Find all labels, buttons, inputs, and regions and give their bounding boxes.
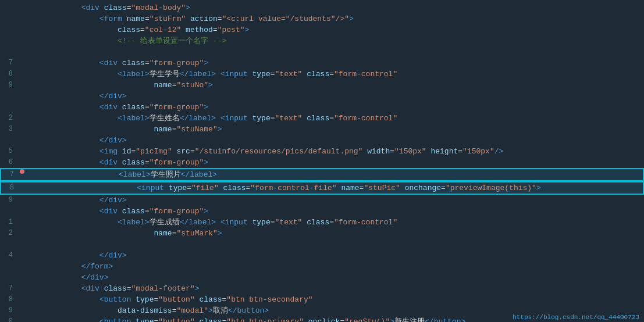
line-content: <div class="modal-footer"> xyxy=(24,283,644,294)
code-token: </label> xyxy=(180,218,216,227)
code-token xyxy=(248,70,252,78)
code-token xyxy=(28,184,137,192)
code-token: = xyxy=(145,15,150,23)
code-token: 学生学号 xyxy=(150,70,180,78)
code-token: = xyxy=(213,26,218,34)
code-token: > xyxy=(349,15,354,23)
code-token: = xyxy=(145,158,150,167)
code-token: <!-- 给表单设置一个名字 --> xyxy=(118,37,226,45)
code-token xyxy=(27,262,81,271)
code-token: type xyxy=(252,218,271,227)
code-line: 4 </div> xyxy=(0,250,644,261)
code-token: </label> xyxy=(180,114,216,123)
code-token: name xyxy=(341,184,359,192)
code-token: "/stuinfo/resources/pics/default.png" xyxy=(195,147,363,156)
code-token: > xyxy=(195,284,200,293)
code-token: onclick xyxy=(308,317,340,322)
code-line: 2 name="stuMark"> xyxy=(0,228,644,239)
code-area: <div class="modal-body"> <form name="stu… xyxy=(0,0,644,322)
code-token xyxy=(248,114,252,123)
code-token: </button> xyxy=(228,306,269,315)
code-token: <input xyxy=(137,184,164,192)
code-token: > xyxy=(390,317,394,322)
code-token xyxy=(216,114,220,123)
code-token: > xyxy=(204,207,208,216)
code-token: <label xyxy=(118,70,145,78)
code-token: <div xyxy=(99,103,118,112)
code-token: > xyxy=(208,306,213,315)
code-token: 学生照片 xyxy=(151,170,181,179)
code-token xyxy=(216,70,220,78)
code-token: "col-12" xyxy=(145,26,181,34)
code-token xyxy=(195,317,200,322)
code-token xyxy=(304,317,308,322)
code-token xyxy=(27,70,118,78)
code-token: <label xyxy=(119,170,146,179)
code-token: class xyxy=(200,317,222,322)
code-token: "form-group" xyxy=(150,158,204,167)
editor-container: <div class="modal-body"> <form name="stu… xyxy=(0,0,644,322)
code-token: class xyxy=(307,114,329,123)
line-content: <label>学生姓名</label> <input type="text" c… xyxy=(24,113,644,124)
code-token xyxy=(27,103,99,112)
line-content: <img id="picImg" src="/stuinfo/resources… xyxy=(24,146,644,157)
code-token: type xyxy=(252,70,271,78)
code-line: <div class="form-group"> xyxy=(0,102,644,113)
line-content: <label>学生照片</label> xyxy=(26,169,643,180)
line-content: name="stuName"> xyxy=(24,124,644,135)
line-content: <div class="form-group"> xyxy=(24,206,644,217)
code-token: = xyxy=(329,218,334,227)
line-number: 4 xyxy=(0,250,17,261)
line-content: </div> xyxy=(24,135,644,146)
code-line: </div> xyxy=(0,272,644,283)
code-line: 9 name="stuNo"> xyxy=(0,80,644,91)
code-token xyxy=(27,306,118,315)
code-token: "form-control" xyxy=(334,114,397,123)
code-token: class xyxy=(118,26,140,34)
code-token: "picImg" xyxy=(136,147,172,156)
code-token: "stuFrm" xyxy=(150,15,186,23)
line-content: class="col-12" method="post"> xyxy=(24,24,644,35)
code-token: class xyxy=(200,295,222,304)
code-token: > xyxy=(186,3,190,12)
line-content: <input type="file" class="form-control-f… xyxy=(26,183,643,194)
code-line: 8 <input type="file" class="form-control… xyxy=(0,181,644,195)
line-content: <div class="form-group"> xyxy=(24,58,644,69)
code-token xyxy=(302,114,307,123)
line-content: <label>学生成绩</label> <input type="text" c… xyxy=(24,217,644,228)
line-content: name="stuMark"> xyxy=(24,228,644,239)
code-token: </label> xyxy=(180,70,216,78)
line-number: 6 xyxy=(0,157,17,168)
code-token: <div xyxy=(99,158,118,167)
blog-link[interactable]: https://blog.csdn.net/qq_44400723 xyxy=(513,314,639,321)
code-line: 6 <div class="form-group"> xyxy=(0,157,644,168)
code-token xyxy=(195,295,200,304)
code-token: class xyxy=(307,218,329,227)
code-token: "stuMark" xyxy=(176,229,217,238)
code-token xyxy=(27,37,118,45)
line-content xyxy=(24,239,644,250)
code-token: = xyxy=(190,147,195,156)
code-token: "post" xyxy=(218,26,245,34)
code-token: = xyxy=(441,184,446,192)
code-token: data-dismiss xyxy=(118,306,172,315)
line-content: name="stuNo"> xyxy=(24,80,644,91)
line-number: 9 xyxy=(0,195,17,206)
line-number: 8 xyxy=(0,294,17,305)
line-number: 8 xyxy=(1,183,19,194)
code-token: "stuName" xyxy=(176,125,217,134)
code-token: = xyxy=(145,59,150,67)
code-token xyxy=(27,59,99,67)
code-token: <input xyxy=(220,70,248,78)
code-line: <!-- 给表单设置一个名字 --> xyxy=(0,35,644,46)
line-number: 2 xyxy=(0,228,17,239)
code-token: onchange xyxy=(405,184,441,192)
code-token: 学生姓名 xyxy=(150,114,180,123)
code-token: <input xyxy=(220,218,248,227)
code-token: class xyxy=(122,207,145,216)
line-number: 1 xyxy=(0,217,17,228)
code-token: > xyxy=(245,26,250,34)
code-token: "regStu()" xyxy=(344,317,390,322)
code-line: </form> xyxy=(0,261,644,272)
code-token xyxy=(27,284,81,293)
